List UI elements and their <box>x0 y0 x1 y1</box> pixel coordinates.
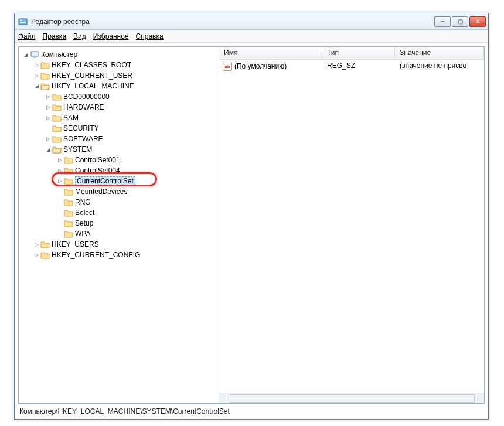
tree-label: HARDWARE <box>63 103 104 111</box>
window-frame: Редактор реестра ─ ▢ ✕ Файл Правка Вид И… <box>14 13 489 420</box>
tree-item-currentcontrolset[interactable]: ▷ CurrentControlSet <box>20 176 219 186</box>
close-button[interactable]: ✕ <box>469 16 486 27</box>
folder-icon <box>40 71 50 80</box>
tree-label: WPA <box>75 230 90 238</box>
tree-label: MountedDevices <box>75 188 127 196</box>
folder-open-icon <box>40 82 50 90</box>
list-header: Имя Тип Значение <box>219 47 484 60</box>
minimize-button[interactable]: ─ <box>434 16 451 27</box>
menu-edit[interactable]: Правка <box>43 32 67 40</box>
folder-icon <box>64 198 73 206</box>
tree-item-hklm[interactable]: ◢ HKEY_LOCAL_MACHINE <box>20 81 219 91</box>
collapse-icon[interactable]: ◢ <box>22 52 29 57</box>
folder-icon <box>52 124 62 132</box>
tree-label: ControlSet004 <box>75 166 120 175</box>
tree-root[interactable]: ◢ Компьютер <box>20 49 219 60</box>
tree-label: BCD00000000 <box>63 93 110 101</box>
scrollbar-track[interactable] <box>229 394 475 403</box>
folder-open-icon <box>52 145 62 154</box>
column-header-name[interactable]: Имя <box>219 47 322 59</box>
tree-item-wpa[interactable]: WPA <box>20 229 219 239</box>
tree-label: SAM <box>63 114 79 122</box>
folder-icon <box>52 103 62 111</box>
folder-icon <box>40 240 50 248</box>
column-header-type[interactable]: Тип <box>322 47 395 59</box>
menu-file[interactable]: Файл <box>18 32 36 40</box>
expand-icon[interactable]: ▷ <box>45 104 52 110</box>
tree-label: SOFTWARE <box>63 135 103 143</box>
tree-label: HKEY_CURRENT_USER <box>52 71 132 80</box>
tree-item-hkcr[interactable]: ▷ HKEY_CLASSES_ROOT <box>20 60 219 70</box>
tree-item-bcd[interactable]: ▷ BCD00000000 <box>20 91 219 102</box>
tree-label: ControlSet001 <box>75 156 120 164</box>
svg-rect-2 <box>20 22 26 23</box>
tree-item-select[interactable]: Select <box>20 207 219 218</box>
folder-icon <box>52 135 62 143</box>
tree-label: SECURITY <box>63 124 99 132</box>
value-data: (значение не присво <box>395 62 484 71</box>
value-list: Имя Тип Значение ab (По умолчанию) REG_S… <box>219 47 484 403</box>
folder-icon <box>64 230 73 238</box>
tree-item-controlset001[interactable]: ▷ ControlSet001 <box>20 155 219 165</box>
tree-label: RNG <box>75 198 91 206</box>
folder-icon <box>64 177 73 185</box>
tree-label: HKEY_CLASSES_ROOT <box>52 61 131 69</box>
tree-label: Компьютер <box>41 50 77 59</box>
tree-item-software[interactable]: ▷ SOFTWARE <box>20 134 219 144</box>
folder-icon <box>64 156 73 164</box>
menu-favorites[interactable]: Избранное <box>93 32 129 40</box>
expand-icon[interactable]: ▷ <box>45 136 52 142</box>
expand-icon[interactable]: ▷ <box>33 252 40 258</box>
value-name: (По умолчанию) <box>234 62 287 70</box>
folder-icon <box>52 93 62 101</box>
folder-icon <box>40 251 50 259</box>
maximize-button[interactable]: ▢ <box>452 16 468 27</box>
folder-icon <box>64 166 73 175</box>
tree-item-mounteddevices[interactable]: MountedDevices <box>20 186 219 197</box>
column-header-value[interactable]: Значение <box>395 47 484 59</box>
titlebar[interactable]: Редактор реестра ─ ▢ ✕ <box>15 13 488 30</box>
tree-item-security[interactable]: SECURITY <box>20 123 219 134</box>
list-row[interactable]: ab (По умолчанию) REG_SZ (значение не пр… <box>219 60 484 73</box>
content-area: ◢ Компьютер ▷ HKEY_CLASSES_ROOT ▷ HKEY_C… <box>18 46 485 404</box>
tree-item-hkcu[interactable]: ▷ HKEY_CURRENT_USER <box>20 70 219 81</box>
tree-label: HKEY_CURRENT_CONFIG <box>52 251 140 259</box>
collapse-icon[interactable]: ◢ <box>45 146 52 152</box>
computer-icon <box>30 50 39 59</box>
tree-label: Setup <box>75 219 93 227</box>
folder-icon <box>64 219 73 227</box>
tree-item-hardware[interactable]: ▷ HARDWARE <box>20 102 219 113</box>
svg-rect-3 <box>31 52 38 56</box>
status-bar: Компьютер\HKEY_LOCAL_MACHINE\SYSTEM\Curr… <box>18 406 485 417</box>
app-icon <box>18 17 28 26</box>
expand-icon[interactable]: ▷ <box>45 115 52 121</box>
status-path: Компьютер\HKEY_LOCAL_MACHINE\SYSTEM\Curr… <box>19 407 230 415</box>
tree-item-rng[interactable]: RNG <box>20 197 219 207</box>
collapse-icon[interactable]: ◢ <box>33 83 40 89</box>
tree-item-setup[interactable]: Setup <box>20 218 219 229</box>
expand-icon[interactable]: ▷ <box>45 94 52 100</box>
expand-icon[interactable]: ▷ <box>56 157 63 163</box>
value-type: REG_SZ <box>322 62 395 71</box>
menu-help[interactable]: Справка <box>136 32 164 40</box>
svg-rect-4 <box>33 57 36 58</box>
expand-icon[interactable]: ▷ <box>56 168 63 173</box>
expand-icon[interactable]: ▷ <box>33 73 40 79</box>
expand-icon[interactable]: ▷ <box>56 178 63 184</box>
folder-icon <box>64 188 73 196</box>
tree-item-system[interactable]: ◢ SYSTEM <box>20 144 219 155</box>
tree-item-hkcc[interactable]: ▷ HKEY_CURRENT_CONFIG <box>20 250 219 260</box>
expand-icon[interactable]: ▷ <box>33 241 40 247</box>
tree-item-sam[interactable]: ▷ SAM <box>20 113 219 123</box>
window-buttons: ─ ▢ ✕ <box>433 16 486 27</box>
string-value-icon: ab <box>223 62 232 71</box>
tree-label: SYSTEM <box>63 145 92 154</box>
registry-tree[interactable]: ◢ Компьютер ▷ HKEY_CLASSES_ROOT ▷ HKEY_C… <box>19 47 219 403</box>
tree-label: HKEY_LOCAL_MACHINE <box>52 82 134 90</box>
tree-label: Select <box>75 209 94 217</box>
tree-item-hku[interactable]: ▷ HKEY_USERS <box>20 239 219 250</box>
horizontal-scrollbar[interactable] <box>219 393 484 403</box>
expand-icon[interactable]: ▷ <box>33 62 40 68</box>
tree-item-controlset004[interactable]: ▷ ControlSet004 <box>20 165 219 176</box>
menu-view[interactable]: Вид <box>73 32 86 40</box>
